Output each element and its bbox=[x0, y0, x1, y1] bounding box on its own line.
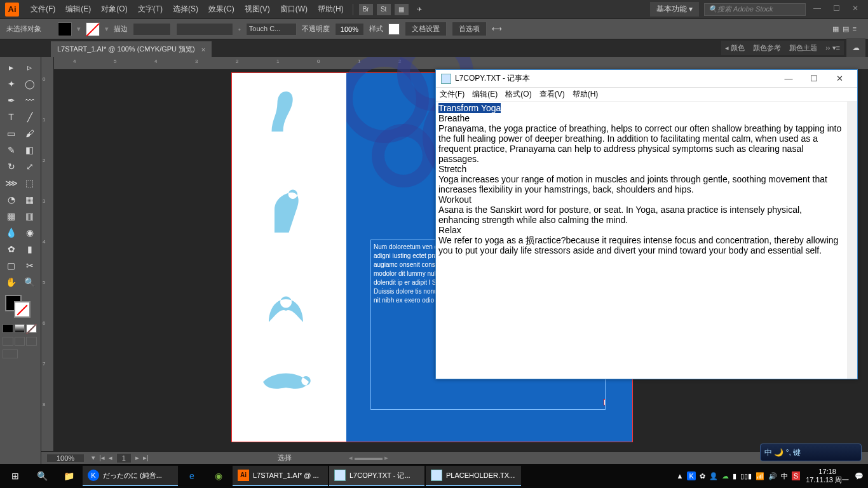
np-menu-format[interactable]: 格式(O) bbox=[505, 89, 531, 100]
panel-tab-color3[interactable]: 颜色主题 bbox=[789, 44, 817, 51]
color-mode-swatches[interactable] bbox=[3, 324, 38, 333]
snap-icon[interactable]: ▤ bbox=[843, 25, 849, 33]
tray-ime-icon[interactable]: 中 bbox=[781, 471, 788, 481]
type-tool[interactable]: T bbox=[3, 109, 20, 125]
doc-setup-button[interactable]: 文档设置 bbox=[405, 22, 447, 36]
tray-network-icon[interactable]: ▯▯▮ bbox=[740, 472, 752, 480]
hand-tool[interactable]: ✋ bbox=[3, 274, 20, 290]
menu-effect[interactable]: 效果(C) bbox=[203, 4, 240, 15]
stroke-swatch[interactable] bbox=[86, 22, 100, 36]
bridge-icon[interactable]: Br bbox=[359, 4, 373, 15]
paintbrush-tool[interactable]: 🖌 bbox=[21, 126, 38, 141]
align-icon[interactable]: ⟷ bbox=[492, 25, 502, 33]
scale-tool[interactable]: ⤢ bbox=[21, 159, 38, 174]
magic-wand-tool[interactable]: ✦ bbox=[3, 76, 20, 92]
gpu-icon[interactable]: ✈ bbox=[412, 4, 426, 15]
screen-mode[interactable] bbox=[3, 349, 38, 358]
fill-swatch[interactable] bbox=[58, 22, 72, 36]
rotate-tool[interactable]: ↻ bbox=[3, 159, 20, 174]
search-icon[interactable]: 🔍 bbox=[29, 466, 55, 486]
window-maximize-icon[interactable]: ☐ bbox=[829, 4, 844, 15]
action-center-icon[interactable]: 💬 bbox=[855, 472, 864, 480]
browser-icon[interactable]: ◉ bbox=[206, 466, 231, 486]
line-tool[interactable]: ╱ bbox=[21, 109, 38, 125]
stroke-color[interactable] bbox=[14, 301, 31, 318]
panel-tab-color2[interactable]: 颜色参考 bbox=[753, 44, 781, 51]
np-menu-help[interactable]: 帮助(H) bbox=[573, 89, 599, 100]
prefs-button[interactable]: 首选项 bbox=[452, 22, 487, 36]
window-close-icon[interactable]: ✕ bbox=[848, 4, 863, 15]
edge-icon[interactable]: e bbox=[179, 466, 205, 486]
artboard-nav[interactable]: ▾|◂◂ 1 ▸▸| bbox=[90, 453, 151, 463]
window-minimize-icon[interactable]: — bbox=[810, 4, 825, 15]
grid-icon[interactable]: ▦ bbox=[832, 25, 839, 33]
tray-wechat-icon[interactable]: ☁ bbox=[722, 472, 729, 480]
blend-tool[interactable]: ◉ bbox=[21, 225, 38, 240]
symbol-sprayer-tool[interactable]: ✿ bbox=[3, 241, 20, 257]
zoom-level[interactable]: 100% bbox=[46, 454, 85, 463]
brush-def[interactable]: Touch C... bbox=[246, 23, 297, 36]
explorer-icon[interactable]: 📁 bbox=[56, 466, 81, 486]
stroke-profile[interactable] bbox=[176, 23, 233, 36]
drawing-mode-swatches[interactable] bbox=[3, 337, 38, 346]
fill-stroke-picker[interactable] bbox=[3, 295, 38, 320]
pen-tool[interactable]: ✒ bbox=[3, 93, 20, 108]
np-minimize-icon[interactable]: — bbox=[776, 74, 801, 83]
task-notepad-2[interactable]: PLACEHOLDER.TX... bbox=[426, 466, 521, 486]
np-close-icon[interactable]: ✕ bbox=[827, 74, 852, 83]
library-icon[interactable]: ☁ bbox=[846, 38, 865, 57]
workspace-switcher[interactable]: 基本功能 ▾ bbox=[650, 2, 699, 17]
menu-view[interactable]: 视图(V) bbox=[240, 4, 275, 15]
np-maximize-icon[interactable]: ☐ bbox=[801, 74, 827, 83]
np-menu-file[interactable]: 文件(F) bbox=[440, 89, 465, 100]
tray-sogou-icon[interactable]: S bbox=[792, 471, 800, 480]
tray-flower-icon[interactable]: ✿ bbox=[700, 472, 705, 480]
lasso-tool[interactable]: ◯ bbox=[21, 76, 38, 92]
tray-icon[interactable]: ▲ bbox=[677, 472, 684, 480]
task-illustrator[interactable]: Ai L7START_1.AI* @ ... bbox=[233, 466, 328, 486]
arrange-icon[interactable]: ▦ bbox=[395, 4, 409, 15]
close-tab-icon[interactable]: × bbox=[201, 46, 205, 53]
task-notepad-1[interactable]: L7COPY.TXT - 记... bbox=[329, 466, 424, 486]
shape-builder-tool[interactable]: ◔ bbox=[3, 192, 20, 207]
menu-object[interactable]: 对象(O) bbox=[96, 4, 132, 15]
mesh-tool[interactable]: ▩ bbox=[3, 208, 20, 224]
selection-tool[interactable]: ▸ bbox=[3, 60, 20, 75]
artboard-tool[interactable]: ▢ bbox=[3, 258, 20, 273]
menu-type[interactable]: 文字(T) bbox=[133, 4, 168, 15]
perspective-tool[interactable]: ▦ bbox=[21, 192, 38, 207]
zoom-tool[interactable]: 🔍 bbox=[21, 274, 38, 290]
direct-selection-tool[interactable]: ▹ bbox=[21, 60, 38, 75]
menu-window[interactable]: 窗口(W) bbox=[275, 4, 313, 15]
start-button[interactable]: ⊞ bbox=[3, 466, 28, 486]
clock[interactable]: 17:18 17.11.13 周一 bbox=[806, 468, 849, 484]
slice-tool[interactable]: ✂ bbox=[21, 258, 38, 273]
opacity-input[interactable]: 100% bbox=[335, 23, 364, 36]
menu-help[interactable]: 帮助(H) bbox=[313, 4, 349, 15]
notepad-scrollbar[interactable] bbox=[847, 102, 857, 379]
notepad-textarea[interactable]: Transform Yoga Breathe Pranayama, the yo… bbox=[436, 102, 847, 379]
np-menu-edit[interactable]: 编辑(E) bbox=[472, 89, 498, 100]
stroke-weight[interactable] bbox=[133, 23, 171, 36]
notepad-window[interactable]: L7COPY.TXT - 记事本 — ☐ ✕ 文件(F) 编辑(E) 格式(O)… bbox=[435, 69, 858, 379]
gradient-tool[interactable]: ▥ bbox=[21, 208, 38, 224]
free-transform-tool[interactable]: ⬚ bbox=[21, 175, 38, 191]
tray-app-icon[interactable]: K bbox=[687, 471, 695, 480]
tray-volume-icon[interactable]: 🔊 bbox=[768, 472, 777, 480]
stock-icon[interactable]: St bbox=[377, 4, 391, 15]
eraser-tool[interactable]: ◧ bbox=[21, 142, 38, 158]
menu-file[interactable]: 文件(F) bbox=[25, 4, 60, 15]
menu-edit[interactable]: 编辑(E) bbox=[60, 4, 96, 15]
panel-tab-color1[interactable]: ◂ 颜色 bbox=[725, 44, 745, 51]
overflow-indicator-icon[interactable]: + bbox=[604, 399, 606, 405]
notepad-titlebar[interactable]: L7COPY.TXT - 记事本 — ☐ ✕ bbox=[436, 70, 857, 88]
search-stock[interactable]: 🔍 搜索 Adobe Stock bbox=[704, 3, 806, 16]
style-swatch[interactable] bbox=[388, 24, 400, 35]
tray-wifi-icon[interactable]: 📶 bbox=[756, 472, 764, 480]
eyedropper-tool[interactable]: 💧 bbox=[3, 225, 20, 240]
np-menu-view[interactable]: 查看(V) bbox=[539, 89, 565, 100]
doc-tab[interactable]: L7START_1.AI* @ 100% (CMYK/GPU 预览)× bbox=[51, 41, 212, 57]
menu-select[interactable]: 选择(S) bbox=[168, 4, 203, 15]
panel-menu-icon[interactable]: ≡ bbox=[853, 25, 857, 33]
tray-signal-icon[interactable]: ▮ bbox=[733, 472, 736, 480]
